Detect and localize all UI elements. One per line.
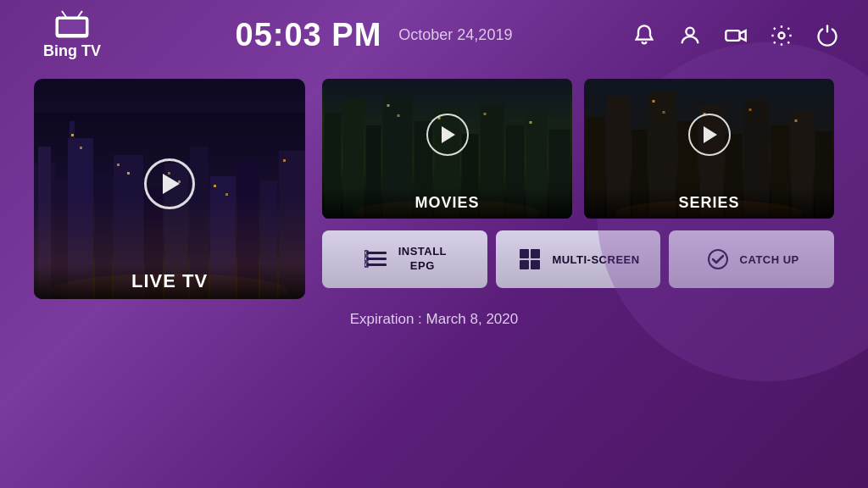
svg-point-6 (779, 32, 785, 38)
svg-rect-75 (520, 249, 529, 258)
bell-icon (632, 24, 656, 47)
logo-label: Bing TV (43, 42, 101, 60)
check-circle-icon (704, 246, 732, 273)
tv-logo-icon (53, 10, 91, 41)
svg-line-1 (78, 11, 82, 17)
actions-row: INSTALLEPG MULTI-SCREEN (322, 230, 834, 288)
install-epg-label: INSTALLEPG (398, 245, 447, 274)
svg-rect-25 (117, 164, 120, 166)
svg-rect-67 (795, 119, 798, 122)
series-label: SERIES (584, 187, 834, 219)
live-tv-card[interactable]: LIVE TV (34, 79, 305, 299)
catch-up-label: CATCH UP (740, 253, 799, 266)
svg-rect-76 (531, 249, 540, 258)
multi-screen-label: MULTI-SCREEN (552, 253, 639, 266)
svg-rect-5 (726, 30, 739, 41)
expiration-text: Expiration : March 8, 2020 (350, 311, 518, 327)
svg-rect-46 (398, 114, 400, 117)
svg-rect-49 (530, 121, 532, 124)
live-tv-label: LIVE TV (34, 263, 305, 299)
user-button[interactable] (675, 20, 705, 51)
svg-rect-30 (225, 193, 228, 196)
grid-svg-icon (518, 247, 542, 271)
svg-rect-29 (214, 185, 216, 187)
rec-icon (724, 24, 748, 47)
list-icon (363, 246, 390, 273)
list-svg-icon (364, 247, 388, 271)
svg-line-0 (62, 11, 66, 17)
svg-rect-3 (58, 19, 86, 34)
install-epg-button[interactable]: INSTALLEPG (322, 230, 487, 288)
power-icon (815, 24, 839, 47)
svg-rect-48 (484, 113, 487, 115)
bell-button[interactable] (629, 20, 659, 51)
cards-row: MOVIES (322, 79, 834, 219)
date-display: October 24,2019 (398, 26, 512, 44)
svg-rect-64 (663, 111, 665, 114)
svg-point-4 (686, 27, 693, 35)
grid-icon (516, 246, 543, 273)
svg-point-79 (709, 250, 727, 269)
svg-rect-45 (387, 104, 390, 107)
user-icon (678, 24, 702, 47)
svg-rect-77 (520, 260, 529, 269)
multi-screen-button[interactable]: MULTI-SCREEN (496, 230, 661, 288)
svg-rect-63 (653, 100, 655, 103)
svg-rect-13 (70, 121, 75, 142)
header: Bing TV 05:03 PM October 24,2019 (0, 0, 868, 70)
main-content: LIVE TV (0, 70, 868, 299)
footer: Expiration : March 8, 2020 (0, 299, 868, 340)
series-card[interactable]: SERIES (584, 79, 834, 219)
rec-button[interactable] (721, 20, 751, 51)
svg-rect-78 (531, 260, 540, 269)
settings-icon (770, 24, 793, 47)
svg-rect-31 (283, 159, 286, 162)
right-column: MOVIES (322, 79, 834, 299)
svg-rect-71 (366, 263, 387, 266)
time-area: 05:03 PM October 24,2019 (119, 17, 629, 53)
live-tv-play-button[interactable] (144, 158, 195, 209)
svg-rect-24 (80, 147, 82, 149)
logo-area: Bing TV (25, 10, 119, 60)
svg-rect-23 (71, 134, 74, 136)
movies-play-button[interactable] (426, 114, 469, 156)
catch-up-button[interactable]: CATCH UP (669, 230, 834, 288)
svg-rect-69 (366, 252, 387, 254)
svg-rect-26 (127, 172, 130, 175)
movies-card[interactable]: MOVIES (322, 79, 572, 219)
check-svg-icon (706, 247, 730, 271)
movies-label: MOVIES (322, 187, 572, 219)
time-display: 05:03 PM (236, 17, 382, 53)
svg-rect-66 (749, 108, 752, 111)
series-play-button[interactable] (688, 114, 731, 156)
power-button[interactable] (812, 20, 843, 51)
header-icons (629, 20, 843, 51)
svg-rect-70 (366, 258, 387, 260)
settings-button[interactable] (766, 20, 797, 51)
